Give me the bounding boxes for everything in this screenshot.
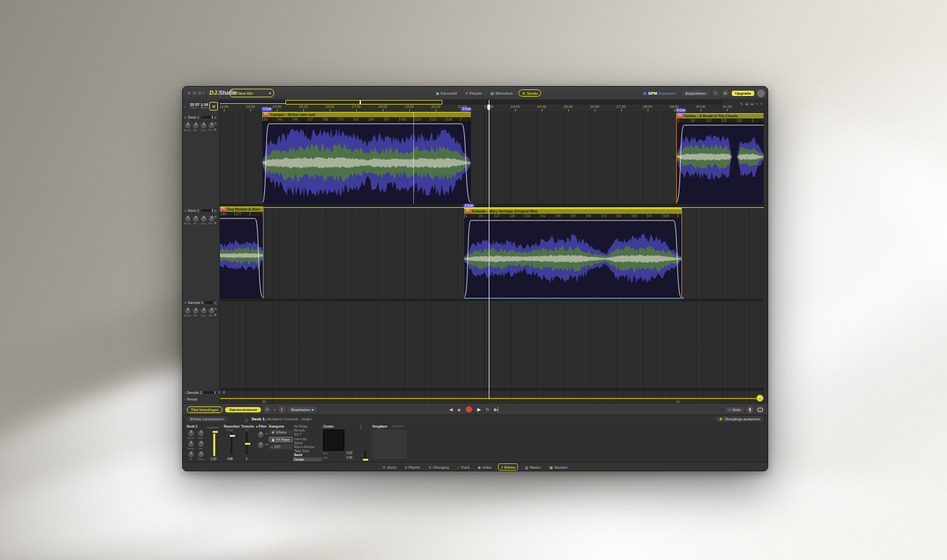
effect-list-item[interactable]: Center xyxy=(293,457,322,461)
play-button[interactable]: ▶ xyxy=(477,407,481,412)
monitor-icon[interactable] xyxy=(756,406,764,413)
scroll-right-icon[interactable]: » xyxy=(760,101,762,106)
mute-button-m[interactable]: M xyxy=(223,390,226,395)
volume-automation-line[interactable] xyxy=(676,113,764,115)
bottom-tab-übergang[interactable]: ✕Übergang xyxy=(426,465,451,469)
effects-checkbox[interactable] xyxy=(244,418,249,423)
deck-volume-slider[interactable] xyxy=(203,391,217,394)
gain-knob[interactable] xyxy=(200,215,207,222)
microphone-icon[interactable] xyxy=(746,406,754,413)
gain-knob[interactable] xyxy=(200,307,207,314)
loop-icon[interactable]: ↻ xyxy=(485,407,489,412)
deck-volume-slider[interactable] xyxy=(201,209,214,212)
category-button-vst[interactable]: ⌁VST xyxy=(269,444,293,449)
cue-chip[interactable]: 3 Cue xyxy=(461,107,472,111)
window-controls[interactable] xyxy=(187,91,203,95)
share-icon[interactable]: ↥ xyxy=(278,406,285,413)
upgrade-button[interactable]: Upgrade xyxy=(732,91,754,96)
zoom-in-icon[interactable]: ⊞ xyxy=(745,101,748,106)
transition-marker[interactable] xyxy=(263,207,264,299)
zoom-out-icon[interactable]: ⊟ xyxy=(750,101,754,106)
scroll-left-icon[interactable]: « xyxy=(756,101,758,106)
metronome-toggle-icon[interactable]: ◉ xyxy=(458,407,461,412)
nav-tab-bibliothek[interactable]: ▤Bibliothek xyxy=(487,90,515,96)
analog-knob[interactable] xyxy=(184,122,191,129)
mute-button-s[interactable]: S xyxy=(218,390,221,395)
clip-title-bar[interactable]: FX Estivale - Mary Heritage (Original Mi… xyxy=(464,209,681,214)
harmonize-button[interactable]: Harmonisieren xyxy=(225,407,261,412)
effect-list-item[interactable]: Send xyxy=(293,453,322,457)
fx-knob-kompens.[interactable] xyxy=(187,440,195,447)
clip-title-bar[interactable]: FX Guy Dichen & Alon - Sea of Sand xyxy=(219,207,263,212)
crossfade-automation-line[interactable] xyxy=(263,207,764,208)
nav-tab-studio[interactable]: ≋Studio xyxy=(519,89,541,97)
clip-fx-badge[interactable]: FX xyxy=(264,113,269,117)
bpm-link[interactable]: Anpassen xyxy=(658,91,676,95)
clip-title-bar[interactable]: FX Holdes - A Break In The Clouds xyxy=(676,113,764,118)
pegel-slider-handle[interactable] xyxy=(229,434,236,438)
cue-chip[interactable]: 4 Cue xyxy=(675,109,686,113)
user-avatar[interactable] xyxy=(757,89,765,97)
deck-volume-slider[interactable] xyxy=(201,116,214,118)
effect-xy-pad[interactable] xyxy=(323,430,344,451)
mute-button-s[interactable]: S xyxy=(213,301,218,306)
skip-forward-icon[interactable]: ▶▏ xyxy=(494,407,501,412)
category-button-effekte[interactable]: ⚡Effekte xyxy=(269,430,293,435)
overview-viewport[interactable] xyxy=(285,100,442,105)
pencil-icon[interactable]: ✎ xyxy=(740,101,743,106)
fx-knob-start[interactable] xyxy=(197,430,205,437)
tempo-node[interactable]: + xyxy=(756,395,764,402)
deck-row-header[interactable]: ›Tempo xyxy=(184,397,218,402)
deck-row-tempo[interactable]: ›Tempo xyxy=(184,397,218,402)
export-button[interactable]: Exportieren xyxy=(682,91,709,96)
filter-hp-knob[interactable] xyxy=(257,442,264,449)
record-button[interactable] xyxy=(466,406,473,413)
undo-icon[interactable]: ↶ xyxy=(264,406,271,413)
mix-selector[interactable]: ≋ New Mix ▾ xyxy=(229,89,274,97)
transition-marker[interactable] xyxy=(676,113,677,204)
timeline-overview[interactable] xyxy=(219,100,723,105)
clip-waveform[interactable] xyxy=(219,216,263,299)
tempo-automation-line[interactable] xyxy=(219,398,764,399)
fx-knob-anschlag[interactable] xyxy=(187,430,195,437)
fx-knob-klang[interactable] xyxy=(197,451,205,458)
clip-waveform[interactable] xyxy=(262,121,471,204)
clip-fx-badge[interactable]: FX xyxy=(221,207,226,211)
solo-button[interactable]: ∩Solo xyxy=(725,407,744,412)
presets-save-button[interactable]: Speichern xyxy=(392,424,404,428)
gain-knob[interactable] xyxy=(200,122,207,129)
bpm-chip[interactable]: ◉ BPM Anpassen xyxy=(640,90,679,97)
settings-gear-icon[interactable]: ⚙ xyxy=(722,89,729,97)
clip-waveform[interactable] xyxy=(676,122,764,204)
bottom-tab-track[interactable]: ♪Track xyxy=(456,465,472,469)
reset-effects-button[interactable]: Effekte zurücksetzen xyxy=(187,416,227,422)
metronome-icon[interactable]: ♩ xyxy=(184,104,189,109)
playhead[interactable] xyxy=(489,100,489,399)
timeline-clip-deck1[interactable]: 3 Cue 3 Cue FX Campux - Wolter zum zum 3… xyxy=(262,112,471,204)
edit-menu-button[interactable]: Bearbeiten▾ xyxy=(288,406,317,412)
bottom-tab-effekte[interactable]: ƒEffekte xyxy=(498,463,518,471)
home-icon[interactable]: ⌂ xyxy=(202,90,205,95)
deck-row-header[interactable]: ›Sample 2SM xyxy=(184,390,218,395)
analog-knob[interactable] xyxy=(184,307,191,314)
playhead-handle[interactable] xyxy=(487,105,490,110)
mix-knob[interactable] xyxy=(192,122,199,129)
filter-knob[interactable] xyxy=(208,307,215,314)
add-title-button[interactable]: Titel hinzufügen xyxy=(187,406,223,413)
analog-knob[interactable] xyxy=(184,215,191,222)
fx-knob-mix[interactable] xyxy=(197,440,205,447)
auto-arrange-button[interactable]: ≣ xyxy=(209,102,218,111)
deck-row-deck-1[interactable]: ∨Deck 1SMAAnalogMixGainFilter xyxy=(184,115,218,132)
transition-marker[interactable] xyxy=(681,209,682,299)
volume-slider-handle[interactable] xyxy=(212,430,219,434)
bottom-tab-sampler[interactable]: ▦Sampler xyxy=(548,465,570,469)
deck-row-sample-1[interactable]: ∨Sample 1SMAAnalogMixGainFilter xyxy=(184,300,218,318)
stepper-down-icon[interactable]: ▾ xyxy=(360,426,362,430)
mute-button-s[interactable]: S xyxy=(213,209,218,214)
filter-knob[interactable] xyxy=(208,122,215,129)
filter-knob[interactable] xyxy=(208,215,215,222)
bottom-tab-zoom[interactable]: ⊙Zoom xyxy=(381,465,399,469)
clip-fx-badge[interactable]: FX xyxy=(677,114,683,118)
clip-fx-badge[interactable]: FX xyxy=(466,209,471,213)
clip-title-bar[interactable]: FX Campux - Wolter zum zum xyxy=(262,112,471,117)
